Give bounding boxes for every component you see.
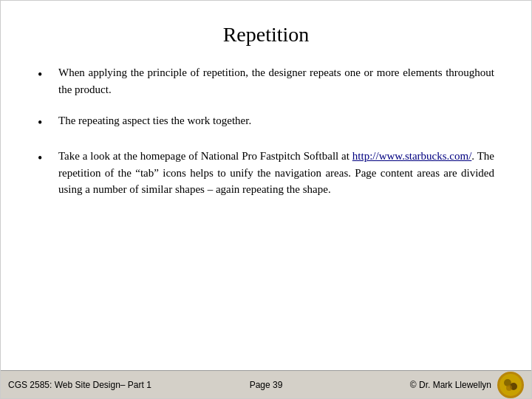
slide-title: Repetition: [38, 23, 494, 47]
footer-right: © Dr. Mark Llewellyn: [352, 372, 524, 398]
bullet-item-2: • The repeating aspect ties the work tog…: [38, 112, 494, 133]
footer-page: Page 39: [180, 380, 352, 390]
footer-copyright: © Dr. Mark Llewellyn: [410, 380, 491, 390]
bullet-dot-2: •: [38, 113, 52, 133]
bullet-dot-1: •: [38, 65, 52, 85]
footer-course: CGS 2585: Web Site Design– Part 1: [8, 380, 180, 390]
svg-point-3: [506, 385, 512, 391]
bullet-3-before: Take a look at the homepage of National …: [58, 150, 352, 162]
bullet-text-3: Take a look at the homepage of National …: [58, 148, 494, 198]
bullet-text-1: When applying the principle of repetitio…: [58, 64, 494, 98]
bullet-list: • When applying the principle of repetit…: [38, 64, 494, 198]
starbucks-link[interactable]: http://www.starbucks.com/: [352, 150, 472, 162]
footer-logo: [497, 372, 524, 398]
footer: CGS 2585: Web Site Design– Part 1 Page 3…: [1, 370, 531, 398]
slide-container: Repetition • When applying the principle…: [0, 0, 532, 399]
slide-content: Repetition • When applying the principle…: [1, 1, 531, 370]
bullet-item-1: • When applying the principle of repetit…: [38, 64, 494, 98]
bullet-dot-3: •: [38, 149, 52, 168]
bullet-text-2: The repeating aspect ties the work toget…: [58, 112, 494, 129]
bullet-item-3: • Take a look at the homepage of Nationa…: [38, 148, 494, 198]
